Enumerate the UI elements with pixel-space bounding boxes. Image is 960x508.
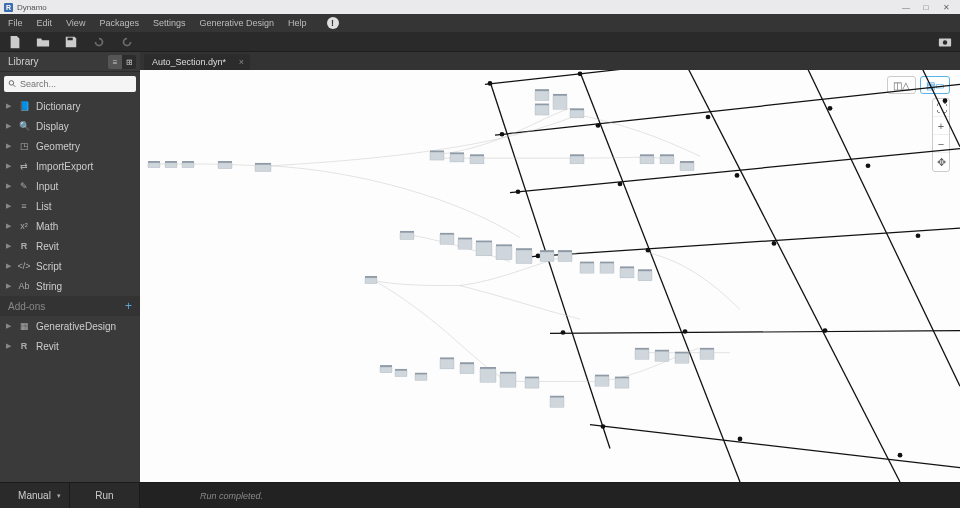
library-sidebar: Library ≡⊞ ▶📘Dictionary ▶🔍Display ▶◳Geom… xyxy=(0,52,140,508)
category-script[interactable]: ▶</>Script xyxy=(0,256,140,276)
category-revit[interactable]: ▶RRevit xyxy=(0,236,140,256)
svg-rect-82 xyxy=(496,246,512,259)
window-minimize-button[interactable]: — xyxy=(896,1,916,13)
svg-line-15 xyxy=(910,70,960,147)
save-file-icon[interactable] xyxy=(64,35,78,49)
svg-rect-105 xyxy=(460,362,474,364)
menu-edit[interactable]: Edit xyxy=(37,18,53,28)
search-input[interactable] xyxy=(20,79,132,89)
category-importexport[interactable]: ▶⇄ImportExport xyxy=(0,156,140,176)
svg-rect-119 xyxy=(635,348,649,350)
svg-rect-100 xyxy=(395,371,407,377)
svg-rect-77 xyxy=(458,238,472,240)
svg-line-12 xyxy=(580,72,740,482)
category-input[interactable]: ▶✎Input xyxy=(0,176,140,196)
new-file-icon[interactable] xyxy=(8,35,22,49)
canvas-svg xyxy=(140,70,960,482)
svg-rect-123 xyxy=(675,352,689,354)
svg-rect-45 xyxy=(218,161,232,163)
document-tab-bar: Auto_Section.dyn* × xyxy=(140,52,960,70)
undo-icon[interactable] xyxy=(92,35,106,49)
svg-rect-63 xyxy=(570,154,584,156)
category-dictionary[interactable]: ▶📘Dictionary xyxy=(0,96,140,116)
window-close-button[interactable]: ✕ xyxy=(936,1,956,13)
svg-rect-97 xyxy=(380,365,392,367)
svg-rect-68 xyxy=(660,156,674,164)
library-header: Library ≡⊞ xyxy=(0,52,140,72)
menu-bar: File Edit View Packages Settings Generat… xyxy=(0,14,960,32)
svg-point-28 xyxy=(866,164,871,169)
category-list[interactable]: ▶≡List xyxy=(0,196,140,216)
svg-rect-115 xyxy=(595,375,609,377)
svg-rect-114 xyxy=(550,398,564,408)
library-search[interactable] xyxy=(4,76,136,92)
menu-help[interactable]: Help xyxy=(288,18,307,28)
svg-rect-40 xyxy=(148,163,160,168)
info-icon[interactable]: ! xyxy=(327,17,339,29)
svg-rect-85 xyxy=(540,250,554,252)
svg-rect-98 xyxy=(380,367,392,373)
category-display[interactable]: ▶🔍Display xyxy=(0,116,140,136)
screenshot-icon[interactable] xyxy=(938,35,952,49)
library-view-toggle[interactable]: ≡⊞ xyxy=(108,55,136,69)
svg-rect-89 xyxy=(580,262,594,264)
svg-rect-99 xyxy=(395,369,407,371)
run-button[interactable]: Run xyxy=(70,483,140,509)
window-maximize-button[interactable]: □ xyxy=(916,1,936,13)
svg-rect-113 xyxy=(550,396,564,398)
svg-rect-80 xyxy=(476,242,492,255)
svg-rect-70 xyxy=(680,163,694,171)
redo-icon[interactable] xyxy=(120,35,134,49)
svg-rect-79 xyxy=(476,241,492,243)
run-mode-dropdown[interactable]: Manual xyxy=(0,483,70,509)
svg-rect-106 xyxy=(460,364,474,374)
menu-packages[interactable]: Packages xyxy=(99,18,139,28)
svg-rect-65 xyxy=(640,154,654,156)
svg-rect-0 xyxy=(68,37,73,40)
graph-nodes xyxy=(148,89,714,407)
close-tab-icon[interactable]: × xyxy=(239,57,244,67)
add-addon-button[interactable]: + xyxy=(125,299,132,313)
toolbar xyxy=(0,32,960,52)
addon-generativedesign[interactable]: ▶▦GenerativeDesign xyxy=(0,316,140,336)
main-area: Auto_Section.dyn* × ◫△ ▤▭ ⛶ + − ✥ xyxy=(140,52,960,508)
svg-rect-74 xyxy=(400,233,414,240)
menu-file[interactable]: File xyxy=(8,18,23,28)
category-math[interactable]: ▶x²Math xyxy=(0,216,140,236)
svg-rect-58 xyxy=(430,152,444,160)
svg-line-10 xyxy=(590,425,960,468)
svg-rect-102 xyxy=(415,375,427,381)
svg-rect-118 xyxy=(615,379,629,389)
svg-point-34 xyxy=(683,329,688,334)
graph-canvas[interactable]: ◫△ ▤▭ ⛶ + − ✥ xyxy=(140,70,960,482)
status-bar: Run completed. xyxy=(140,482,960,508)
svg-rect-93 xyxy=(620,266,634,268)
svg-point-2 xyxy=(943,40,947,44)
svg-point-35 xyxy=(823,328,828,333)
svg-rect-94 xyxy=(620,268,634,278)
app-title: Dynamo xyxy=(17,3,47,12)
document-tab[interactable]: Auto_Section.dyn* × xyxy=(144,54,250,70)
app-logo: R xyxy=(4,3,13,12)
svg-line-6 xyxy=(495,84,960,135)
category-geometry[interactable]: ▶◳Geometry xyxy=(0,136,140,156)
open-file-icon[interactable] xyxy=(36,35,50,49)
category-string[interactable]: ▶AbString xyxy=(0,276,140,296)
svg-rect-60 xyxy=(450,154,464,162)
svg-rect-75 xyxy=(440,233,454,235)
svg-rect-110 xyxy=(500,374,516,387)
svg-point-37 xyxy=(738,437,743,442)
svg-rect-104 xyxy=(440,359,454,369)
svg-line-13 xyxy=(685,70,900,482)
menu-settings[interactable]: Settings xyxy=(153,18,186,28)
svg-point-16 xyxy=(488,81,493,86)
svg-rect-67 xyxy=(660,154,674,156)
menu-generative-design[interactable]: Generative Design xyxy=(199,18,274,28)
run-status-text: Run completed. xyxy=(200,491,263,501)
svg-rect-112 xyxy=(525,379,539,389)
menu-view[interactable]: View xyxy=(66,18,85,28)
svg-line-5 xyxy=(485,70,960,84)
addon-revit[interactable]: ▶RRevit xyxy=(0,336,140,356)
svg-rect-62 xyxy=(470,156,484,164)
svg-rect-54 xyxy=(553,96,567,109)
